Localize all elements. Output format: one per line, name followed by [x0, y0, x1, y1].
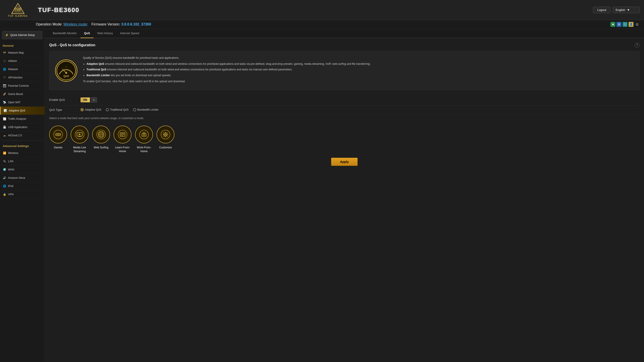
svg-text:TUF: TUF — [14, 7, 22, 11]
help-button[interactable]: ? — [634, 43, 640, 48]
sidebar-item-amazon-alexa[interactable]: 🔊 Amazon Alexa — [0, 174, 44, 182]
status-icon-yellow[interactable]: 👤 — [628, 22, 634, 27]
sidebar-item-label: Network Map — [8, 51, 24, 54]
work-from-home-icon — [139, 130, 149, 139]
svg-marker-20 — [79, 133, 81, 135]
sidebar-item-adaptive-qos[interactable]: 📊 Adaptive QoS — [0, 107, 44, 115]
sidebar-item-ipv6[interactable]: 🌐 IPv6 — [0, 182, 44, 190]
learn-from-home-icon-circle[interactable] — [114, 126, 132, 143]
sidebar-item-network-map[interactable]: 🗺 Network Map — [0, 49, 44, 57]
sidebar-item-usb-application[interactable]: 💾 USB Application — [0, 123, 44, 131]
svg-rect-42 — [165, 136, 166, 137]
svg-rect-47 — [164, 135, 164, 137]
qos-type-row: QoS Type Adaptive QoS Traditional QoS — [49, 105, 640, 114]
tab-bandwidth-monitor[interactable]: Bandwidth Monitor — [49, 29, 80, 38]
wan-icon: 🌍 — [3, 168, 6, 171]
qos-content-panel: QoS - QoS to configuration ? — [45, 38, 644, 170]
sidebar-item-game-boost[interactable]: 🚀 Game Boost — [0, 90, 44, 98]
language-selector[interactable]: English ▼ — [613, 7, 640, 13]
status-icon-green[interactable]: ■ — [610, 22, 616, 27]
sidebar-item-vpn[interactable]: 🔒 VPN — [0, 190, 44, 199]
apply-button[interactable]: Apply — [331, 158, 358, 166]
preset-work-from-home[interactable]: Work-From-Home — [135, 126, 153, 153]
section-header: QoS - QoS to configuration ? — [49, 43, 640, 48]
top-header: TUF TUF GAMING TUF-BE3600 Logout English… — [0, 0, 644, 20]
wireless-icon: 📶 — [3, 151, 6, 155]
radio-traditional-qos[interactable]: Traditional QoS — [106, 108, 128, 111]
sidebar-item-parental-controls[interactable]: 👨‍👩‍👧 Parental Controls — [0, 82, 44, 90]
preset-media-live-streaming[interactable]: Media LiveStreaming — [71, 126, 88, 153]
advanced-section-label: Advanced Settings — [0, 142, 44, 149]
work-from-home-icon-circle[interactable] — [135, 126, 153, 143]
svg-rect-45 — [164, 132, 164, 134]
operation-mode-value: Wireless router — [64, 22, 88, 26]
qos-logo: QoS — [54, 56, 78, 85]
tuf-gaming-label: TUF GAMING — [8, 14, 28, 17]
status-icons: ■ ⚙ ⬡ 👤 ⚙ — [610, 22, 640, 27]
media-streaming-label: Media LiveStreaming — [73, 146, 86, 153]
tab-label: Web History — [97, 31, 113, 35]
vpn-icon: 🔒 — [3, 193, 6, 196]
sidebar-item-label: Network — [8, 68, 18, 71]
sidebar-item-aimesh[interactable]: ⬡ AiMesh — [0, 57, 44, 65]
chevron-down-icon: ▼ — [627, 8, 630, 12]
sidebar-item-label: Amazon Alexa — [8, 176, 25, 179]
sidebar-item-network[interactable]: 🌐 Network — [0, 65, 44, 73]
preset-web-surfing[interactable]: Web Surfing — [92, 126, 110, 153]
preset-learn-from-home[interactable]: Learn-From-Home — [114, 126, 132, 153]
qos-logo-circle: QoS — [55, 59, 77, 82]
tabs-bar: Bandwidth Monitor QoS Web History Intern… — [45, 29, 644, 38]
sidebar-item-traffic-analyzer[interactable]: 📈 Traffic Analyzer — [0, 115, 44, 123]
bullet2: Traditional QoS ensures inbound and outb… — [86, 67, 635, 72]
preset-games[interactable]: Games — [49, 126, 67, 153]
bullet3-title: Bandwidth Limiter — [86, 74, 110, 77]
enable-qos-toggle[interactable]: ON ⊞ — [80, 97, 97, 103]
svg-point-14 — [59, 134, 60, 135]
toggle-off-button[interactable]: ⊞ — [91, 97, 97, 103]
sidebar-item-open-nat[interactable]: 📡 Open NAT — [0, 98, 44, 107]
bullet3: Bandwidth Limiter lets you set limits on… — [86, 73, 635, 77]
status-icon-settings[interactable]: ⚙ — [616, 22, 622, 27]
work-from-home-label: Work-From-Home — [137, 146, 151, 153]
tab-label: QoS — [84, 31, 90, 35]
operation-mode-label: Operation Mode: — [36, 22, 62, 26]
svg-point-40 — [165, 134, 166, 135]
web-surfing-icon-circle[interactable] — [92, 126, 110, 143]
media-streaming-icon-circle[interactable] — [71, 126, 88, 143]
sidebar-item-label: Adaptive QoS — [9, 109, 25, 112]
sidebar-item-label: Game Boost — [8, 92, 23, 96]
status-icon-gear[interactable]: ⚙ — [634, 22, 640, 27]
radio-bandwidth-limiter[interactable]: Bandwidth Limiter — [133, 108, 158, 111]
sidebar-item-wan[interactable]: 🌍 WAN — [0, 166, 44, 174]
svg-rect-17 — [57, 134, 59, 135]
sidebar-item-lan[interactable]: 🔌 LAN — [0, 157, 44, 166]
tab-web-history[interactable]: Web History — [94, 29, 116, 38]
ipv6-icon: 🌐 — [3, 184, 6, 188]
footer-text: To enable QoS function, click the QoS sl… — [83, 79, 635, 84]
customize-icon-circle[interactable] — [156, 126, 174, 143]
sidebar-item-aicloud[interactable]: ☁ AiCloud 2.0 — [0, 131, 44, 140]
logout-button[interactable]: Logout — [593, 7, 610, 13]
toggle-on-state[interactable]: ON — [80, 97, 90, 102]
bullet2-text: ensures inbound and outbound bandwidth o… — [107, 68, 292, 71]
status-icon-teal[interactable]: ⬡ — [622, 22, 628, 27]
tab-internet-speed[interactable]: Internet Speed — [116, 29, 143, 38]
radio-adaptive-qos[interactable]: Adaptive QoS — [80, 108, 101, 111]
header-controls: Logout English ▼ — [593, 7, 640, 13]
sidebar-item-label: USB Application — [8, 126, 27, 129]
sidebar-item-wireless[interactable]: 📶 Wireless — [0, 149, 44, 157]
amazon-alexa-icon: 🔊 — [3, 176, 6, 180]
bullet1-text: ensures inbound and outbound bandwidth o… — [105, 62, 370, 65]
radio-dot-adaptive — [80, 108, 84, 111]
quick-internet-setup-button[interactable]: ⚡ Quick Internet Setup — [2, 31, 42, 39]
language-label: English — [616, 8, 625, 12]
games-icon — [53, 130, 63, 139]
games-icon-circle[interactable] — [49, 126, 67, 143]
sidebar-item-label: IPv6 — [8, 185, 14, 188]
sidebar-item-label: AiMesh — [8, 59, 17, 62]
games-label: Games — [54, 146, 62, 149]
preset-customize[interactable]: Customize — [156, 126, 174, 153]
tab-qos[interactable]: QoS — [80, 29, 94, 38]
radio-label-traditional: Traditional QoS — [110, 108, 128, 111]
sidebar-item-aiprotection[interactable]: 🛡 AiProtection — [0, 73, 44, 82]
